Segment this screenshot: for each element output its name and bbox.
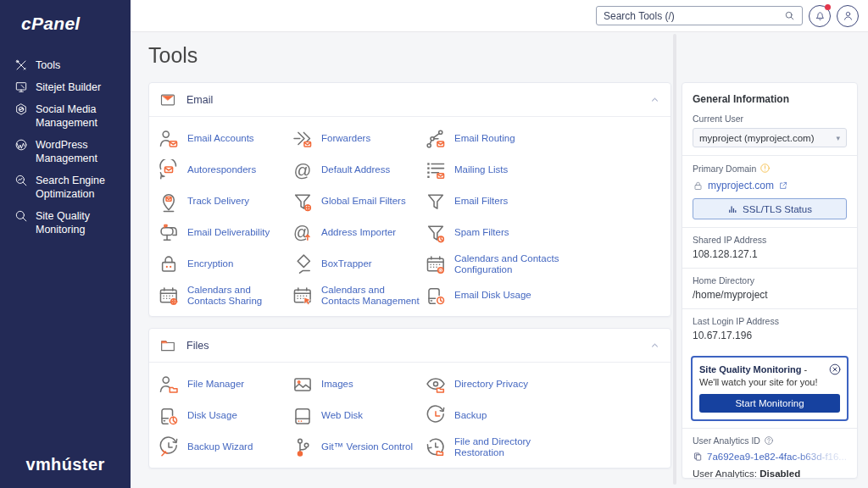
- tool-backup[interactable]: Backup: [425, 405, 659, 427]
- sidebar-item-search-engine-optimization[interactable]: Search Engine Optimization: [0, 169, 131, 205]
- social-icon: [14, 103, 28, 116]
- current-user-select[interactable]: myproject (myproject.com) ▾: [693, 128, 847, 147]
- primary-domain-link[interactable]: myproject.com: [708, 180, 774, 191]
- section-header[interactable]: Email: [149, 83, 670, 117]
- tool-label[interactable]: Email Disk Usage: [454, 290, 531, 301]
- tool-label[interactable]: Forwarders: [321, 133, 370, 144]
- tool-label[interactable]: Global Email Filters: [321, 196, 406, 207]
- sidebar-item-site-quality-monitoring[interactable]: Site Quality Monitoring: [0, 205, 131, 241]
- chevron-up-icon[interactable]: [649, 340, 660, 351]
- tool-label[interactable]: Directory Privacy: [454, 379, 528, 390]
- tool-label[interactable]: Address Importer: [321, 227, 396, 238]
- tool-label[interactable]: Encryption: [187, 258, 233, 269]
- tool-email-deliverability[interactable]: Email Deliverability: [158, 222, 292, 244]
- sidebar-item-sitejet-builder[interactable]: Sitejet Builder: [0, 76, 131, 98]
- promo-text: Site Quality Monitoring - We'll watch yo…: [699, 363, 840, 388]
- tool-autoresponders[interactable]: Autoresponders: [158, 159, 292, 181]
- tool-forwarders[interactable]: Forwarders: [292, 128, 425, 150]
- backup-icon: [425, 405, 447, 427]
- chevron-up-icon[interactable]: [649, 94, 660, 105]
- scrollbar[interactable]: [673, 34, 676, 485]
- user-analytics-id-value[interactable]: 7a692ea9-1e82-4fac-b63d-f16...: [707, 452, 847, 462]
- copy-icon[interactable]: [693, 452, 703, 462]
- calendars-sharing-icon: [158, 285, 180, 307]
- tool-label[interactable]: Disk Usage: [187, 410, 237, 421]
- search-input[interactable]: [604, 10, 779, 22]
- tool-label[interactable]: BoxTrapper: [321, 258, 372, 269]
- tool-directory-privacy[interactable]: Directory Privacy: [425, 374, 659, 396]
- tool-backup-wizard[interactable]: Backup Wizard: [158, 436, 292, 458]
- tool-label[interactable]: Calendars and Contacts Management: [321, 285, 425, 307]
- user-analytics-status: User Analytics: Disabled: [693, 469, 847, 479]
- tool-label[interactable]: Calendars and Contacts Sharing: [187, 285, 292, 307]
- tool-global-email-filters[interactable]: Global Email Filters: [292, 191, 425, 213]
- tool-label[interactable]: Images: [321, 379, 353, 390]
- sitejet-icon: [14, 80, 28, 94]
- tool-calendars-and-contacts-sharing[interactable]: Calendars and Contacts Sharing: [158, 285, 292, 307]
- section-header[interactable]: Files: [149, 329, 670, 363]
- tool-default-address[interactable]: @Default Address: [292, 159, 425, 181]
- tool-email-disk-usage[interactable]: Email Disk Usage: [425, 285, 659, 307]
- tool-label[interactable]: Email Deliverability: [187, 227, 270, 238]
- tool-label[interactable]: Web Disk: [321, 410, 363, 421]
- tool-address-importer[interactable]: @Address Importer: [292, 222, 425, 244]
- tool-label[interactable]: Email Accounts: [187, 133, 254, 144]
- general-information-panel: General Information Current User myproje…: [682, 82, 858, 479]
- tool-label[interactable]: File and Directory Restoration: [454, 436, 575, 458]
- tool-images[interactable]: Images: [292, 374, 425, 396]
- tool-label[interactable]: Email Routing: [454, 133, 515, 144]
- site-quality-monitoring-promo: Site Quality Monitoring - We'll watch yo…: [691, 356, 849, 421]
- sidebar-item-label: Social Media Management: [36, 103, 124, 130]
- tool-calendars-and-contacts-configuration[interactable]: @Calendars and Contacts Configuration: [425, 253, 659, 275]
- tool-disk-usage[interactable]: Disk Usage: [158, 405, 292, 427]
- tool-email-accounts[interactable]: Email Accounts: [158, 128, 292, 150]
- tool-label[interactable]: Default Address: [321, 164, 390, 175]
- tool-file-manager[interactable]: File Manager: [158, 374, 292, 396]
- warning-icon[interactable]: [760, 163, 771, 174]
- calendars-management-icon: [292, 285, 314, 307]
- primary-domain-label-row: Primary Domain: [693, 163, 847, 174]
- tool-boxtrapper[interactable]: BoxTrapper: [292, 253, 425, 275]
- start-monitoring-button[interactable]: Start Monitoring: [699, 394, 840, 413]
- tools-icon: [14, 58, 28, 72]
- user-analytics-status-label: User Analytics:: [693, 469, 760, 479]
- sidebar-item-social-media-management[interactable]: Social Media Management: [0, 98, 131, 134]
- tool-label[interactable]: Backup: [454, 410, 487, 421]
- tool-label[interactable]: Mailing Lists: [454, 164, 508, 175]
- wordpress-icon: [14, 138, 28, 152]
- sidebar-item-wordpress-management[interactable]: WordPress Management: [0, 134, 131, 169]
- mailing-lists-icon: [425, 159, 447, 181]
- tool-label[interactable]: Spam Filters: [454, 227, 509, 238]
- account-button[interactable]: [837, 5, 859, 27]
- tool-label[interactable]: Backup Wizard: [187, 441, 253, 452]
- tool-label[interactable]: Autoresponders: [187, 164, 256, 175]
- close-icon[interactable]: [828, 363, 842, 376]
- tool-track-delivery[interactable]: Track Delivery: [158, 191, 292, 213]
- ssl-tls-status-button[interactable]: SSL/TLS Status: [693, 198, 847, 219]
- tool-email-routing[interactable]: Email Routing: [425, 128, 659, 150]
- default-address-icon: @: [292, 159, 314, 181]
- bell-icon: [814, 9, 826, 22]
- section-title: Files: [186, 340, 209, 352]
- tool-spam-filters[interactable]: Spam Filters: [425, 222, 659, 244]
- tool-file-and-directory-restoration[interactable]: File and Directory Restoration: [425, 436, 659, 458]
- search-box[interactable]: [596, 6, 803, 25]
- sidebar-item-label: WordPress Management: [36, 138, 124, 165]
- tool-mailing-lists[interactable]: Mailing Lists: [425, 159, 659, 181]
- question-icon[interactable]: [764, 435, 774, 446]
- tool-label[interactable]: Email Filters: [454, 196, 508, 207]
- tool-calendars-and-contacts-management[interactable]: Calendars and Contacts Management: [292, 285, 425, 307]
- notifications-button[interactable]: [809, 5, 831, 27]
- tool-label[interactable]: Track Delivery: [187, 196, 249, 207]
- tool-encryption[interactable]: Encryption: [158, 253, 292, 275]
- tool-label[interactable]: Git™ Version Control: [321, 441, 413, 452]
- sidebar-item-tools[interactable]: Tools: [0, 54, 131, 76]
- tool-git-version-control[interactable]: Git™ Version Control: [292, 436, 425, 458]
- tool-label[interactable]: Calendars and Contacts Configuration: [454, 253, 575, 275]
- tool-web-disk[interactable]: Web Disk: [292, 405, 425, 427]
- tool-email-filters[interactable]: Email Filters: [425, 191, 659, 213]
- external-link-icon[interactable]: [778, 180, 788, 191]
- tool-grid: Email AccountsForwardersEmail RoutingAut…: [149, 117, 670, 316]
- svg-text:@: @: [294, 159, 312, 179]
- tool-label[interactable]: File Manager: [187, 379, 244, 390]
